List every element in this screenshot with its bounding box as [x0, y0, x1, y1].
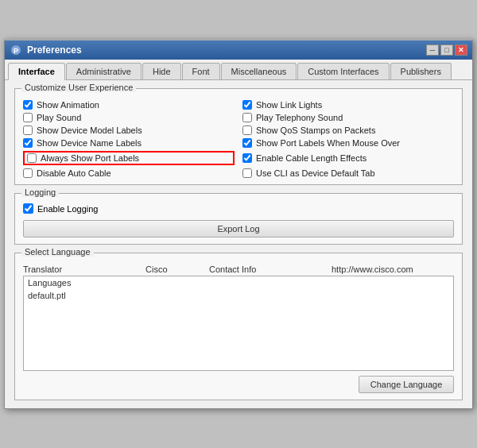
checkbox-show-device-name-input[interactable]: [23, 138, 33, 148]
checkbox-show-animation-label: Show Animation: [37, 100, 99, 110]
customize-section: Customize User Experience Show Animation…: [14, 88, 463, 185]
checkbox-show-device-name-label: Show Device Name Labels: [37, 138, 142, 148]
checkbox-play-sound-label: Play Sound: [37, 113, 81, 122]
title-bar: P Preferences ─ □ ✕: [5, 41, 472, 60]
tab-interface[interactable]: Interface: [8, 63, 65, 80]
checkbox-play-sound: Play Sound: [23, 113, 235, 122]
checkbox-show-link-lights-label: Show Link Lights: [256, 100, 322, 110]
tab-hide[interactable]: Hide: [142, 63, 181, 79]
checkbox-show-qos: Show QoS Stamps on Packets: [242, 126, 454, 135]
tab-administrative[interactable]: Administrative: [66, 63, 142, 79]
tab-miscellaneous[interactable]: Miscellaneous: [221, 63, 297, 79]
svg-text:P: P: [14, 47, 18, 55]
enable-logging-label: Enable Logging: [37, 204, 98, 214]
change-language-button[interactable]: Change Language: [359, 376, 454, 393]
checkbox-always-show-port-labels-input[interactable]: [27, 153, 37, 163]
preferences-window: P Preferences ─ □ ✕ Interface Administra…: [4, 39, 473, 409]
minimize-button[interactable]: ─: [426, 44, 439, 56]
tab-bar: Interface Administrative Hide Font Misce…: [5, 60, 472, 80]
checkbox-show-port-labels-mouse-input[interactable]: [242, 138, 252, 148]
checkbox-play-telephony-label: Play Telephony Sound: [256, 113, 343, 122]
checkbox-enable-cable-length-label: Enable Cable Length Effects: [256, 153, 366, 163]
enable-logging-checkbox[interactable]: [23, 203, 33, 214]
customize-section-title: Customize User Experience: [21, 83, 136, 92]
checkbox-show-link-lights: Show Link Lights: [242, 100, 454, 110]
language-list-item-default[interactable]: default.ptl: [24, 289, 453, 302]
language-list-item-languages[interactable]: Languages: [24, 276, 453, 289]
checkbox-disable-auto-cable-label: Disable Auto Cable: [37, 168, 111, 178]
checkbox-grid: Show Animation Show Link Lights Play Sou…: [23, 100, 454, 178]
checkbox-use-cli: Use CLI as Device Default Tab: [242, 168, 454, 178]
language-section-title: Select Language: [21, 247, 94, 257]
app-icon: P: [10, 44, 22, 56]
col-url: http://www.cisco.com: [332, 265, 454, 274]
checkbox-show-link-lights-input[interactable]: [242, 100, 252, 110]
checkbox-play-telephony: Play Telephony Sound: [242, 113, 454, 122]
language-section: Select Language Translator Cisco Contact…: [14, 253, 463, 400]
checkbox-show-device-model: Show Device Model Labels: [23, 126, 235, 135]
export-log-button[interactable]: Export Log: [23, 220, 454, 238]
title-controls: ─ □ ✕: [426, 44, 467, 56]
close-button[interactable]: ✕: [455, 44, 467, 56]
tab-font[interactable]: Font: [182, 63, 220, 79]
maximize-button[interactable]: □: [440, 44, 453, 56]
checkbox-enable-cable-length-input[interactable]: [242, 153, 252, 163]
checkbox-show-device-model-input[interactable]: [23, 126, 33, 135]
checkbox-play-sound-input[interactable]: [23, 113, 33, 122]
language-table-header: Translator Cisco Contact Info http://www…: [23, 265, 454, 274]
checkbox-use-cli-label: Use CLI as Device Default Tab: [256, 168, 375, 178]
checkbox-always-show-port-labels: Always Show Port Labels: [23, 151, 235, 165]
main-content: Customize User Experience Show Animation…: [5, 80, 472, 408]
logging-section: Logging Enable Logging Export Log: [14, 193, 463, 245]
checkbox-show-device-model-label: Show Device Model Labels: [37, 126, 142, 135]
checkbox-show-port-labels-mouse-label: Show Port Labels When Mouse Over: [256, 138, 400, 148]
col-contact-info: Contact Info: [209, 265, 332, 274]
tab-custom-interfaces[interactable]: Custom Interfaces: [297, 63, 389, 79]
tab-publishers[interactable]: Publishers: [390, 63, 452, 79]
checkbox-use-cli-input[interactable]: [242, 168, 252, 178]
checkbox-show-port-labels-mouse: Show Port Labels When Mouse Over: [242, 138, 454, 148]
checkbox-enable-cable-length: Enable Cable Length Effects: [242, 151, 454, 165]
col-cisco: Cisco: [145, 265, 209, 274]
checkbox-show-animation-input[interactable]: [23, 100, 33, 110]
language-list[interactable]: Languages default.ptl: [23, 276, 454, 371]
checkbox-show-device-name: Show Device Name Labels: [23, 138, 235, 148]
logging-section-title: Logging: [21, 187, 59, 197]
checkbox-show-qos-input[interactable]: [242, 126, 252, 135]
enable-logging-row: Enable Logging: [23, 203, 454, 214]
checkbox-always-show-port-labels-label: Always Show Port Labels: [41, 153, 139, 163]
title-bar-left: P Preferences: [10, 44, 82, 56]
checkbox-show-qos-label: Show QoS Stamps on Packets: [256, 126, 375, 135]
col-translator: Translator: [23, 265, 145, 274]
checkbox-show-animation: Show Animation: [23, 100, 235, 110]
window-title: Preferences: [27, 44, 82, 56]
checkbox-disable-auto-cable: Disable Auto Cable: [23, 168, 235, 178]
checkbox-disable-auto-cable-input[interactable]: [23, 168, 33, 178]
checkbox-play-telephony-input[interactable]: [242, 113, 252, 122]
